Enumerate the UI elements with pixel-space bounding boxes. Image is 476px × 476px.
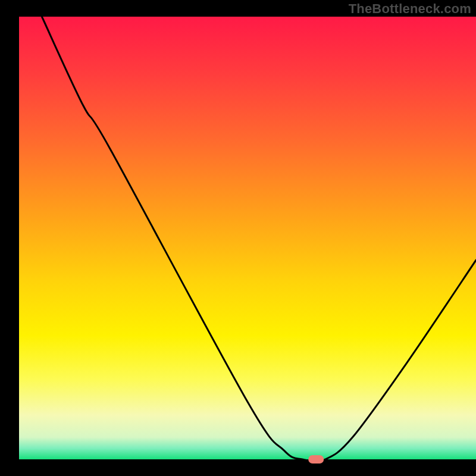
optimal-point-marker (308, 455, 324, 464)
chart-frame: TheBottleneck.com (0, 0, 476, 476)
watermark-label: TheBottleneck.com (349, 1, 471, 17)
bottleneck-chart (0, 0, 476, 476)
plot-area (19, 17, 476, 459)
